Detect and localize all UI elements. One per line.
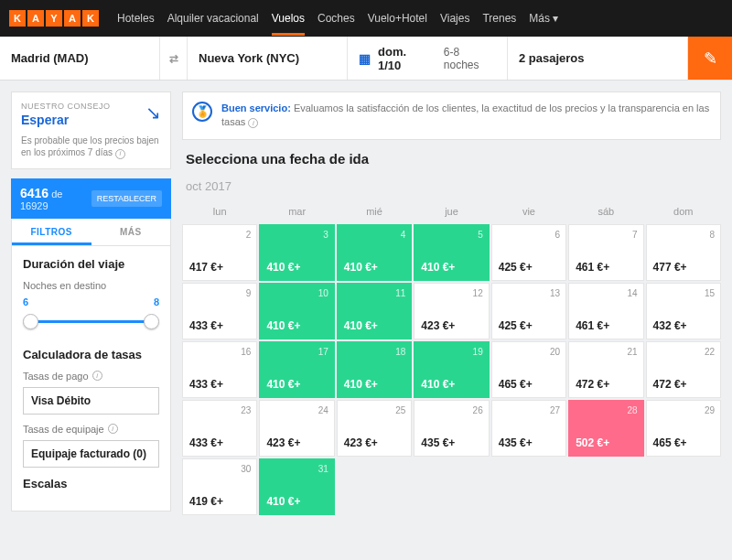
day-number: 3	[323, 230, 328, 240]
day-price: 410 €+	[344, 378, 378, 391]
calendar-day[interactable]: 27435 €+	[491, 400, 566, 457]
calendar-day[interactable]: 24423 €+	[259, 400, 334, 457]
slider-handle-min[interactable]	[23, 314, 38, 329]
day-price: 423 €+	[421, 319, 455, 332]
info-icon[interactable]: i	[115, 149, 125, 159]
nav-vuelos[interactable]: Vuelos	[272, 1, 305, 36]
calendar-day[interactable]: 23433 €+	[182, 400, 257, 457]
calendar-day[interactable]: 10410 €+	[259, 283, 334, 339]
day-number: 19	[473, 347, 483, 357]
calendar-day[interactable]: 20465 €+	[491, 341, 566, 398]
nights-value: 6-8 noches	[444, 46, 496, 71]
calendar-day[interactable]: 19410 €+	[414, 341, 489, 398]
bag-fees-label: Tasas de equipaje i	[23, 424, 159, 435]
day-price: 410 €+	[266, 378, 300, 391]
day-number: 14	[627, 288, 637, 298]
stops-title: Escalas	[23, 477, 159, 490]
calendar-day[interactable]: 22472 €+	[646, 341, 721, 398]
duration-title: Duración del viaje	[23, 257, 159, 271]
calendar-day[interactable]: 11410 €+	[337, 283, 412, 339]
price-advice-card: NUESTRO CONSEJO Esperar ↘ Es probable qu…	[11, 92, 171, 169]
calendar-day[interactable]: 28502 €+	[568, 400, 643, 457]
day-number: 2	[246, 230, 252, 240]
day-price: 433 €+	[189, 378, 223, 391]
nav-vuelo+hotel[interactable]: Vuelo+Hotel	[368, 1, 427, 36]
info-icon[interactable]: i	[248, 118, 258, 128]
main-nav: HotelesAlquiler vacacionalVuelosCochesVu…	[117, 1, 558, 36]
day-number: 20	[550, 347, 560, 357]
weekday-head: mar	[259, 200, 334, 222]
destination-field[interactable]: Nueva York (NYC)	[188, 37, 348, 80]
calendar-day[interactable]: 3410 €+	[259, 224, 334, 281]
day-number: 22	[705, 347, 715, 357]
day-number: 23	[241, 405, 251, 415]
day-price: 465 €+	[499, 378, 533, 391]
price-calendar: lunmarmiéjueviesábdom2417 €+3410 €+4410 …	[182, 200, 721, 515]
nav-trenes[interactable]: Trenes	[482, 1, 516, 36]
day-number: 24	[318, 405, 328, 415]
day-number: 10	[318, 288, 328, 298]
calendar-day[interactable]: 5410 €+	[414, 224, 489, 281]
calendar-day[interactable]: 12423 €+	[414, 283, 489, 339]
calendar-day[interactable]: 29465 €+	[646, 400, 721, 457]
calendar-day[interactable]: 13425 €+	[491, 283, 566, 339]
day-number: 29	[705, 405, 715, 415]
weekday-head: jue	[414, 200, 489, 222]
calendar-day[interactable]: 21472 €+	[568, 341, 643, 398]
month-label: oct 2017	[186, 179, 721, 193]
nav-más ▾[interactable]: Más ▾	[529, 1, 558, 36]
edit-search-button[interactable]: ✎	[688, 37, 732, 80]
calendar-day[interactable]: 31410 €+	[259, 458, 334, 515]
date-field[interactable]: ▦ dom. 1/10 6-8 noches	[348, 37, 508, 80]
day-price: 465 €+	[653, 436, 687, 449]
calendar-day[interactable]: 7461 €+	[568, 224, 643, 281]
calendar-day[interactable]: 30419 €+	[182, 458, 257, 515]
calendar-icon: ▦	[359, 51, 371, 66]
calendar-day[interactable]: 9433 €+	[182, 283, 257, 339]
calendar-day[interactable]: 16433 €+	[182, 341, 257, 398]
pay-fees-select[interactable]: Visa Débito	[23, 387, 159, 415]
calendar-day[interactable]: 17410 €+	[259, 341, 334, 398]
calendar-day[interactable]: 25423 €+	[337, 400, 412, 457]
bag-fees-select[interactable]: Equipaje facturado (0)	[23, 440, 159, 468]
swap-icon[interactable]: ⇄	[160, 37, 188, 80]
search-bar: Madrid (MAD) ⇄ Nueva York (NYC) ▦ dom. 1…	[0, 37, 732, 81]
day-price: 432 €+	[653, 319, 687, 332]
duration-panel: Duración del viaje Noches en destino 6 8…	[11, 246, 171, 512]
info-icon[interactable]: i	[108, 424, 118, 434]
calendar-day[interactable]: 2417 €+	[182, 224, 257, 281]
calendar-day[interactable]: 26435 €+	[414, 400, 489, 457]
advice-label: NUESTRO CONSEJO	[21, 102, 161, 111]
fees-title: Calculadora de tasas	[23, 348, 159, 361]
logo[interactable]: KAYAK	[9, 10, 99, 27]
weekday-head: lun	[182, 200, 257, 222]
tab-filtros[interactable]: FILTROS	[12, 219, 92, 245]
calendar-day[interactable]: 14461 €+	[568, 283, 643, 339]
calendar-day[interactable]: 6425 €+	[491, 224, 566, 281]
calendar-day[interactable]: 8477 €+	[646, 224, 721, 281]
calendar-day[interactable]: 18410 €+	[337, 341, 412, 398]
calendar-day[interactable]: 15432 €+	[646, 283, 721, 339]
tab-mas[interactable]: MÁS	[92, 219, 171, 245]
weekday-head: dom	[646, 200, 721, 222]
day-price: 410 €+	[421, 378, 455, 391]
result-counter: 6416 de 16929 RESTABLECER	[11, 178, 171, 219]
info-icon[interactable]: i	[92, 371, 102, 381]
day-price: 423 €+	[266, 436, 300, 449]
nav-viajes[interactable]: Viajes	[440, 1, 469, 36]
nav-alquiler vacacional[interactable]: Alquiler vacacional	[167, 1, 259, 36]
weekday-head: sáb	[568, 200, 643, 222]
slider-min: 6	[23, 296, 28, 307]
origin-field[interactable]: Madrid (MAD)	[0, 37, 160, 80]
slider-handle-max[interactable]	[144, 314, 159, 329]
reset-button[interactable]: RESTABLECER	[92, 190, 162, 207]
passengers-field[interactable]: 2 pasajeros	[508, 37, 688, 80]
day-number: 31	[318, 464, 328, 474]
day-price: 472 €+	[576, 378, 609, 391]
day-number: 11	[395, 288, 405, 298]
calendar-day[interactable]: 4410 €+	[337, 224, 412, 281]
day-number: 25	[395, 405, 405, 415]
nights-slider[interactable]	[23, 307, 159, 335]
nav-coches[interactable]: Coches	[318, 1, 355, 36]
nav-hoteles[interactable]: Hoteles	[117, 1, 155, 36]
